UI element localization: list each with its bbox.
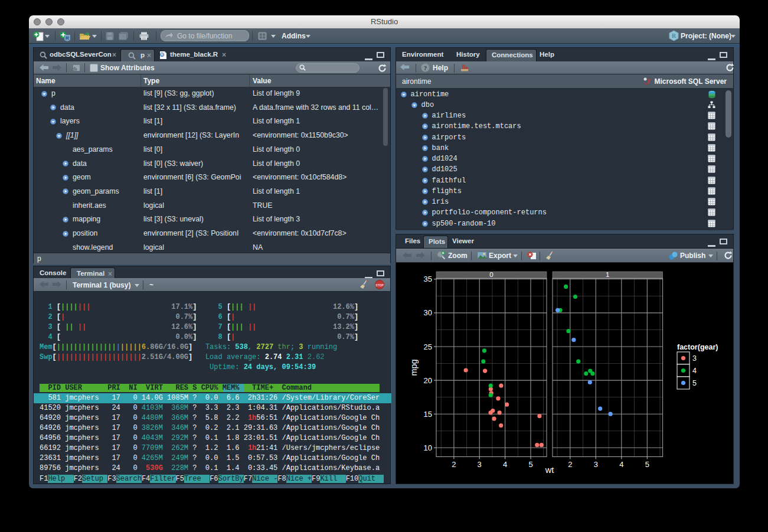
svg-text:4: 4 (619, 460, 623, 469)
svg-text:STOP: STOP (375, 283, 384, 287)
svg-text:3: 3 (692, 354, 697, 363)
svg-text:5: 5 (528, 460, 532, 469)
svg-text:factor(gear): factor(gear) (677, 343, 718, 351)
svg-text:4: 4 (503, 460, 507, 469)
svg-text:wt: wt (545, 465, 554, 475)
svg-text:3: 3 (478, 460, 482, 469)
svg-text:1: 1 (606, 271, 609, 278)
svg-text:5: 5 (692, 379, 697, 387)
svg-text:4: 4 (692, 367, 697, 375)
svg-text:10: 10 (424, 443, 432, 452)
svg-text:5: 5 (645, 460, 649, 469)
svg-text:15: 15 (424, 410, 432, 419)
svg-text:R: R (66, 35, 69, 41)
svg-text:0: 0 (489, 271, 493, 278)
svg-text:20: 20 (424, 376, 432, 385)
svg-text:R: R (672, 32, 677, 39)
svg-text:?: ? (424, 65, 427, 71)
svg-text:30: 30 (424, 308, 432, 317)
svg-text:35: 35 (424, 275, 432, 283)
svg-text:3: 3 (594, 460, 598, 469)
svg-text:2: 2 (568, 460, 572, 469)
svg-text:25: 25 (424, 342, 432, 351)
svg-text:mpg: mpg (409, 359, 419, 376)
svg-text:2: 2 (452, 460, 456, 469)
svg-text:R: R (161, 52, 164, 57)
